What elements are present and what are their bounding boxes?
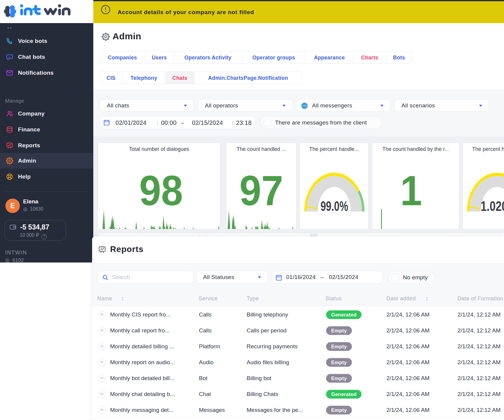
- svg-text:1.0205: 1.0205: [481, 198, 504, 214]
- svg-text:99.0%: 99.0%: [321, 198, 348, 214]
